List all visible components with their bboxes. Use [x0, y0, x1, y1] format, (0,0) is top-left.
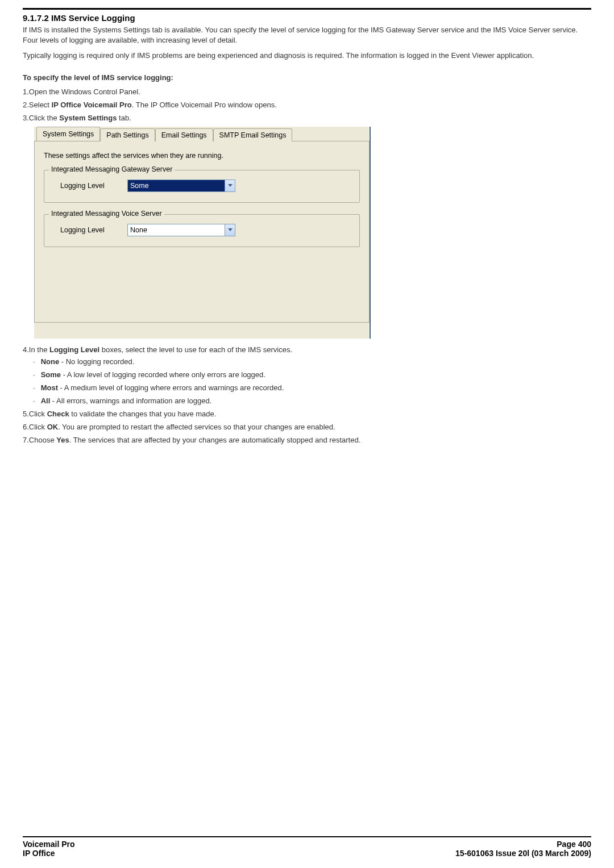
procedure-list: 1.Open the Windows Control Panel. 2.Sele…: [23, 87, 591, 122]
top-rule: [23, 8, 591, 10]
procedure-subhead: To specify the level of IMS service logg…: [23, 73, 591, 82]
tab-content: These settings affect the services when …: [34, 141, 370, 323]
tab-path-settings[interactable]: Path Settings: [100, 128, 155, 141]
tab-smtp-email-settings[interactable]: SMTP Email Settings: [213, 128, 293, 141]
gateway-logging-value: Some: [128, 180, 225, 191]
settings-dialog: System Settings Path Settings Email Sett…: [34, 127, 371, 339]
bullet-some: · Some - A low level of logging recorded…: [33, 370, 591, 379]
step-5-text-c: to validate the changes that you have ma…: [69, 410, 217, 418]
step-2-text-c: . The IP Office Voicemail Pro window ope…: [132, 101, 277, 109]
step-2-bold: IP Office Voicemail Pro: [52, 101, 132, 109]
step-6: 6.Click OK. You are prompted to restart …: [23, 423, 591, 431]
bullet-none: · None - No logging recorded.: [33, 357, 591, 366]
voice-logging-value: None: [128, 224, 225, 236]
step-6-text-c: . You are prompted to restart the affect…: [58, 423, 335, 431]
procedure-list-cont: 4.In the Logging Level boxes, select the…: [23, 345, 591, 444]
bullet-all-desc: - All errors, warnings and information a…: [50, 397, 211, 405]
bullet-some-desc: - A low level of logging recorded where …: [61, 370, 265, 379]
intro-para-2: Typically logging is required only if IM…: [23, 51, 591, 61]
bullet-none-term: None: [41, 357, 60, 366]
bullet-all-term: All: [41, 397, 51, 405]
fieldset-gateway-legend: Integrated Messaging Gateway Server: [49, 165, 175, 173]
footer-right-2: 15-601063 Issue 20l (03 March 2009): [455, 849, 591, 858]
footer-rule: [23, 836, 591, 837]
step-3-text-c: tab.: [117, 114, 131, 122]
page-footer: Voicemail Pro Page 400 IP Office 15-6010…: [23, 836, 591, 858]
voice-logging-dropdown-button[interactable]: [225, 224, 235, 236]
gateway-logging-combo[interactable]: Some: [127, 180, 235, 192]
bullet-most-desc: - A medium level of logging where errors…: [58, 383, 284, 392]
step-5-bold: Check: [47, 410, 69, 418]
fieldset-voice-server: Integrated Messaging Voice Server Loggin…: [44, 214, 360, 247]
fieldset-voice-legend: Integrated Messaging Voice Server: [49, 210, 164, 218]
section-heading: 9.1.7.2 IMS Service Logging: [23, 13, 591, 23]
step-4-text-c: boxes, select the level to use for each …: [99, 345, 292, 354]
step-4-bold: Logging Level: [49, 345, 99, 354]
footer-right-1: Page 400: [557, 840, 591, 849]
bullet-all: · All - All errors, warnings and informa…: [33, 397, 591, 405]
step-5-text-a: Click: [29, 410, 47, 418]
gateway-logging-dropdown-button[interactable]: [225, 180, 235, 191]
step-6-bold: OK: [47, 423, 59, 431]
step-7: 7.Choose Yes. The services that are affe…: [23, 436, 591, 444]
tab-email-settings[interactable]: Email Settings: [155, 128, 213, 141]
step-7-bold: Yes: [56, 436, 69, 444]
footer-left-2: IP Office: [23, 849, 55, 858]
step-5: 5.Click Check to validate the changes th…: [23, 410, 591, 418]
gateway-logging-label: Logging Level: [60, 182, 117, 190]
step-2: 2.Select IP Office Voicemail Pro. The IP…: [23, 101, 591, 109]
chevron-down-icon: [228, 184, 233, 187]
fieldset-gateway-server: Integrated Messaging Gateway Server Logg…: [44, 170, 360, 203]
voice-logging-label: Logging Level: [60, 226, 117, 234]
bullet-none-desc: - No logging recorded.: [59, 357, 134, 366]
bullet-most-term: Most: [41, 383, 58, 392]
step-7-text-a: Choose: [29, 436, 56, 444]
step-2-text-a: Select: [29, 101, 52, 109]
step-3-text-a: Click the: [29, 114, 59, 122]
bullet-some-term: Some: [41, 370, 61, 379]
footer-left-1: Voicemail Pro: [23, 840, 75, 849]
tab-row: System Settings Path Settings Email Sett…: [34, 127, 370, 141]
dialog-description: These settings affect the services when …: [44, 152, 360, 160]
step-7-text-c: . The services that are affected by your…: [69, 436, 361, 444]
logging-level-bullets: · None - No logging recorded. · Some - A…: [23, 357, 591, 405]
intro-para-1: If IMS is installed the Systems Settings…: [23, 25, 591, 45]
step-4: 4.In the Logging Level boxes, select the…: [23, 345, 591, 405]
voice-logging-combo[interactable]: None: [127, 224, 235, 236]
bullet-most: · Most - A medium level of logging where…: [33, 383, 591, 392]
step-1: 1.Open the Windows Control Panel.: [23, 87, 591, 96]
step-4-text-a: In the: [29, 345, 49, 354]
step-6-text-a: Click: [29, 423, 47, 431]
step-1-text: Open the Windows Control Panel.: [29, 87, 140, 96]
tab-system-settings[interactable]: System Settings: [36, 127, 100, 141]
step-3: 3.Click the System Settings tab.: [23, 114, 591, 122]
chevron-down-icon: [228, 228, 233, 231]
step-3-bold: System Settings: [59, 114, 117, 122]
